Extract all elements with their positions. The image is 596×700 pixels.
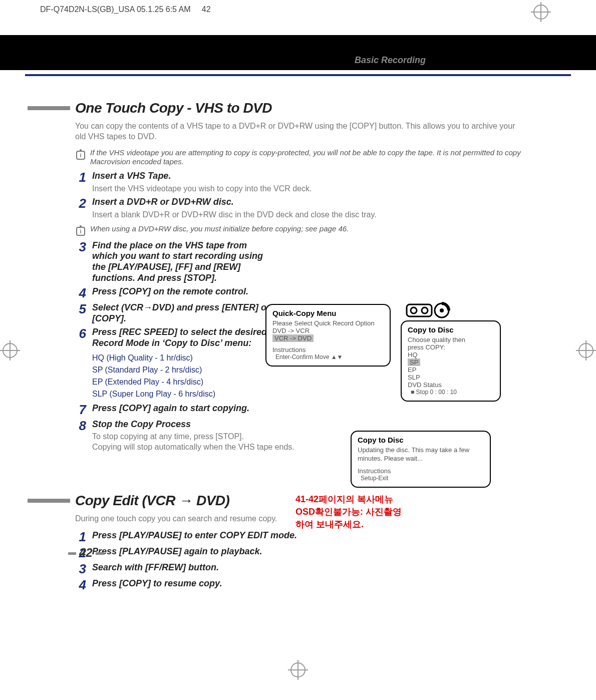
crop-mark-left <box>0 340 20 361</box>
osd-option: DVD -> VCR <box>272 327 384 334</box>
section-banner: Basic Recording <box>0 35 596 70</box>
note-text: If the VHS videotape you are attempting … <box>90 148 526 167</box>
step-number: 5 <box>75 302 86 315</box>
osd-title: Quick-Copy Menu <box>272 309 384 317</box>
step-number: 1 <box>75 171 86 184</box>
step-title: Press [REC SPEED] to select the desired … <box>92 327 272 348</box>
heading-one-touch-copy: One Touch Copy - VHS to DVD <box>75 100 526 116</box>
osd-copy-to-disc-quality: Copy to Disc Choose quality then press C… <box>401 320 501 402</box>
step: 3Search with [FF/REW] button. <box>75 562 526 575</box>
step-title: Insert a VHS Tape. <box>92 171 526 182</box>
svg-text:i: i <box>80 152 81 158</box>
step-number: 2 <box>75 197 86 210</box>
step: 2Insert a DVD+R or DVD+RW disc.Insert a … <box>75 197 526 220</box>
step: 3Find the place on the VHS tape from whi… <box>75 240 526 283</box>
step-number: 4 <box>75 578 86 591</box>
osd-status-value: ■ Stop 0 : 00 : 10 <box>408 389 494 396</box>
heading-rule <box>28 106 70 110</box>
tv-cassette-icon <box>406 300 451 322</box>
step-title: Search with [FF/REW] button. <box>92 562 526 573</box>
osd-title: Copy to Disc <box>408 325 494 334</box>
step: 4Press [COPY] on the remote control. <box>75 286 526 299</box>
step-title: Select (VCR→DVD) and press [ENTER] or [C… <box>92 302 272 324</box>
note-copy-protected: i If the VHS videotape you are attemptin… <box>75 148 526 167</box>
step-title: Press [COPY] on the remote control. <box>92 286 272 297</box>
osd-instructions-label: Instructions <box>272 346 384 354</box>
step-title: Press [COPY] to resume copy. <box>92 578 526 589</box>
step-title: Stop the Copy Process <box>92 419 526 430</box>
osd-body: Updating the disc. This may take a few m… <box>358 446 484 463</box>
svg-point-13 <box>80 149 82 151</box>
step-desc: Insert a blank DVD+R or DVD+RW disc in t… <box>92 210 526 220</box>
step-title: Insert a DVD+R or DVD+RW disc. <box>92 197 526 208</box>
step-number: 4 <box>75 286 86 299</box>
osd-option: EP <box>408 366 494 374</box>
note-text: When using a DVD+RW disc, you must initi… <box>90 224 349 234</box>
heading-rule <box>28 499 70 503</box>
svg-point-22 <box>440 308 444 312</box>
crop-mark-right <box>576 340 596 361</box>
osd-instructions-sub: Enter-Confirm Move ▲▼ <box>272 354 384 361</box>
osd-option: SLP <box>408 374 494 381</box>
step-number: 7 <box>75 403 86 416</box>
step: 2Press [PLAY/PAUSE] again to playback. <box>75 546 526 559</box>
step-title: Press [PLAY/PAUSE] to enter COPY EDIT mo… <box>92 530 526 541</box>
step-title: Press [PLAY/PAUSE] again to playback. <box>92 546 526 557</box>
print-header: DF-Q74D2N-LS(GB)_USA 05.1.25 6:5 AM 42 <box>40 5 211 14</box>
banner-label: Basic Recording <box>355 55 426 66</box>
osd-instructions-sub: Setup-Exit <box>358 475 484 482</box>
page-number: 42 <box>65 546 107 560</box>
osd-option: HQ <box>408 351 494 359</box>
step-number: 8 <box>75 419 86 432</box>
osd-option: SP <box>408 359 494 366</box>
svg-point-19 <box>411 307 417 313</box>
step-number: 6 <box>75 327 86 340</box>
step: 4Press [COPY] to resume copy. <box>75 578 526 591</box>
osd-status-label: DVD Status <box>408 381 494 389</box>
svg-point-20 <box>422 307 428 313</box>
osd-title: Copy to Disc <box>358 436 484 444</box>
step: 1Press [PLAY/PAUSE] to enter COPY EDIT m… <box>75 530 526 543</box>
osd-option-selected: VCR -> DVD <box>272 334 314 342</box>
step-number: 3 <box>75 562 86 575</box>
info-icon: i <box>75 224 86 236</box>
svg-point-16 <box>80 225 82 227</box>
osd-line: press COPY: <box>408 343 494 351</box>
note-initialize: i When using a DVD+RW disc, you must ini… <box>75 224 526 236</box>
osd-instructions-label: Instructions <box>358 467 484 475</box>
crop-mark-bottom <box>288 660 308 680</box>
step: 7Press [COPY] again to start copying. <box>75 403 526 416</box>
step-number: 1 <box>75 530 86 543</box>
section1-intro: You can copy the contents of a VHS tape … <box>75 121 526 142</box>
osd-line: Please Select Quick Record Option <box>272 319 384 327</box>
editor-red-note: 41-42페이지의 복사메뉴 OSD확인불가능: 사진촬영 하여 보내주세요. <box>295 493 402 531</box>
step-desc: Insert the VHS videotape you wish to cop… <box>92 184 526 194</box>
osd-line: Choose quality then <box>408 336 494 343</box>
info-icon: i <box>75 148 86 160</box>
step-title: Find the place on the VHS tape from whic… <box>92 240 272 283</box>
osd-quick-copy-menu: Quick-Copy Menu Please Select Quick Reco… <box>265 304 391 367</box>
crop-mark-top <box>531 2 551 22</box>
banner-underline <box>25 74 571 76</box>
svg-text:i: i <box>80 228 81 234</box>
step: 1Insert a VHS Tape.Insert the VHS videot… <box>75 171 526 194</box>
step-number: 3 <box>75 240 86 253</box>
osd-copy-to-disc-updating: Copy to Disc Updating the disc. This may… <box>351 431 491 488</box>
step-title: Press [COPY] again to start copying. <box>92 403 526 414</box>
